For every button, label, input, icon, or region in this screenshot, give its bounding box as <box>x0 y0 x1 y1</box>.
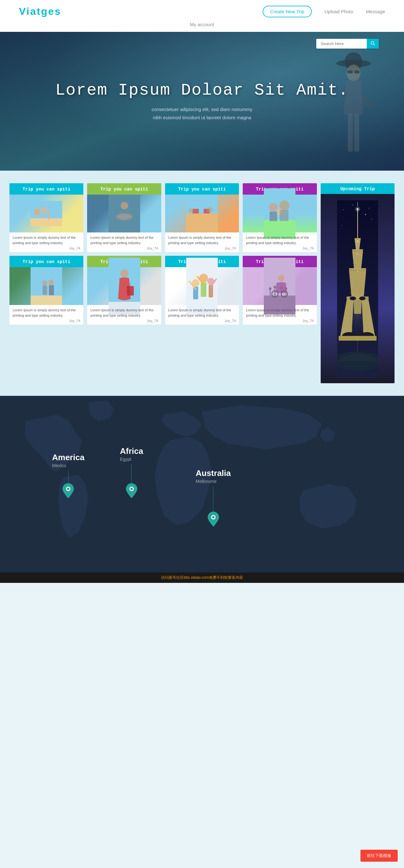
cards-col-upcoming: Upcoming Trip <box>321 183 395 383</box>
svg-point-101 <box>357 241 358 242</box>
card-8-body: Lorem Ipsum is simply dummy text of the … <box>243 305 317 324</box>
card-2-body: Lorem Ipsum is simply dummy text of the … <box>9 305 83 324</box>
create-trip-button[interactable]: Create New Trip <box>263 6 312 17</box>
message-link[interactable]: Message <box>366 9 385 14</box>
card-7-image <box>243 195 317 232</box>
card-6-text: Lorem Ipsum is simply dummy text of the … <box>168 308 236 318</box>
card-1-text: Lorem Ipsum is simply dummy text of the … <box>12 235 80 245</box>
card-4-author: Joy_74 <box>90 319 158 323</box>
card-5-body: Lorem Ipsum is simply dummy text of the … <box>165 232 239 252</box>
card-1-image <box>9 195 83 232</box>
svg-point-63 <box>278 275 284 281</box>
svg-rect-3 <box>347 70 353 73</box>
card-6-author: Joy_74 <box>168 319 236 323</box>
card-5-author: Joy_74 <box>168 246 236 250</box>
svg-point-103 <box>357 271 358 272</box>
svg-point-68 <box>343 210 344 210</box>
search-input[interactable] <box>316 39 367 48</box>
svg-point-69 <box>352 205 353 205</box>
card-3-image <box>87 195 161 232</box>
svg-rect-28 <box>127 286 134 296</box>
svg-rect-94 <box>339 336 377 341</box>
svg-point-35 <box>207 207 213 213</box>
map-pin-australia: Australia Melbourne <box>196 468 231 528</box>
card-3-author: Joy_74 <box>90 246 158 250</box>
svg-point-99 <box>355 207 360 212</box>
svg-point-24 <box>121 202 128 210</box>
upcoming-trip-header: Upcoming Trip <box>321 183 395 194</box>
cards-col-3: Trip you can spiti Lorem Ipsum is simply… <box>165 183 239 324</box>
card-2-author: Joy_74 <box>12 319 80 323</box>
header-bottom: My account <box>190 20 214 32</box>
cards-section: Trip you can spiti Lorem Ipsum is simply… <box>0 170 404 396</box>
search-button[interactable] <box>367 39 379 49</box>
svg-point-56 <box>269 287 271 290</box>
svg-rect-13 <box>48 214 50 220</box>
card-8-author: Joy_74 <box>246 319 313 323</box>
card-3-header: Trip you can spiti <box>87 183 161 195</box>
hero-section: Lorem Ipsum Doloar Sit Amit. consectetue… <box>0 32 404 170</box>
card-4-image <box>87 267 161 305</box>
my-account-link[interactable]: My account <box>190 22 214 27</box>
svg-point-107 <box>67 488 69 490</box>
svg-point-12 <box>39 207 47 214</box>
card-4-body: Lorem Ipsum is simply dummy text of the … <box>87 305 161 324</box>
card-1[interactable]: Trip you can spiti Lorem Ipsum is simply… <box>9 183 83 252</box>
logo[interactable]: Viatges <box>19 6 61 17</box>
card-6[interactable]: Trip you can spiti <box>165 256 239 324</box>
map-region-africa: Africa <box>120 446 143 456</box>
card-1-author: Joy_74 <box>12 246 80 250</box>
upcoming-trip-image <box>321 194 395 383</box>
map-pin-america: America Mexico <box>52 453 85 500</box>
card-3[interactable]: Trip you can spiti Lorem Ipsum is simply… <box>87 183 161 252</box>
card-3-text: Lorem Ipsum is simply dummy text of the … <box>90 235 158 245</box>
header: Viatges Create New Trip Upload Photo Mes… <box>0 0 404 32</box>
upcoming-trip-card[interactable]: Upcoming Trip <box>321 183 395 383</box>
card-7-text: Lorem Ipsum is simply dummy text of the … <box>246 235 313 245</box>
map-city-melbourne: Melbourne <box>196 479 231 484</box>
svg-rect-52 <box>280 210 288 221</box>
svg-rect-20 <box>49 285 54 295</box>
card-2-header: Trip you can spiti <box>9 256 83 267</box>
svg-rect-4 <box>354 70 360 73</box>
hero-subtitle: consectetuer adipiscing elit, sed diam n… <box>123 105 281 121</box>
map-city-mexico: Mexico <box>52 463 85 468</box>
svg-marker-82 <box>349 271 366 298</box>
card-3-body: Lorem Ipsum is simply dummy text of the … <box>87 232 161 252</box>
card-8[interactable]: Trip you can spiti <box>243 256 317 324</box>
svg-marker-91 <box>353 300 362 314</box>
svg-point-85 <box>359 297 366 300</box>
svg-rect-77 <box>352 249 363 252</box>
card-4[interactable]: Trip you can spiti Lorem Ipsum is sim <box>87 256 161 324</box>
svg-rect-16 <box>31 296 62 305</box>
bottom-bar: 访问面号社区bbs.xielao.com免费不到软要富内容 <box>0 572 404 583</box>
svg-point-14 <box>47 211 51 215</box>
search-bar <box>316 39 379 49</box>
card-5-image <box>165 195 239 232</box>
svg-point-34 <box>189 208 194 213</box>
bottom-text: 访问面号社区bbs.xielao.com免费不到软要富内容 <box>161 575 243 580</box>
card-5[interactable]: Trip you can spiti Lorem Ipsum is simply… <box>165 183 239 252</box>
map-pin-africa: Africa Egypt <box>120 446 143 500</box>
svg-point-72 <box>372 219 372 219</box>
card-5-text: Lorem Ipsum is simply dummy text of the … <box>168 235 236 245</box>
svg-point-19 <box>48 279 54 285</box>
hero-content: Lorem Ipsum Doloar Sit Amit. consectetue… <box>55 81 349 121</box>
map-region-australia: Australia <box>196 468 231 478</box>
card-7-author: Joy_74 <box>246 246 313 250</box>
hero-title: Lorem Ipsum Doloar Sit Amit. <box>55 81 349 100</box>
svg-point-17 <box>42 280 47 285</box>
svg-rect-32 <box>193 209 199 214</box>
nav-items: Create New Trip Upload Photo Message <box>263 6 385 17</box>
card-5-header: Trip you can spiti <box>165 183 239 195</box>
cards-col-4: Trip you can spiti Lorem Ipsum is sim <box>243 183 317 324</box>
svg-rect-6 <box>354 114 359 152</box>
card-7[interactable]: Trip you can spiti Lorem Ipsum is sim <box>243 183 317 252</box>
svg-point-111 <box>212 516 214 519</box>
card-2[interactable]: Trip you can spiti Lorem Ipsum is simply… <box>9 256 83 324</box>
svg-rect-31 <box>186 214 218 232</box>
cards-grid: Trip you can spiti Lorem Ipsum is simply… <box>9 183 395 383</box>
card-2-image <box>9 267 83 305</box>
svg-point-58 <box>273 286 276 288</box>
upload-photo-link[interactable]: Upload Photo <box>324 9 353 14</box>
